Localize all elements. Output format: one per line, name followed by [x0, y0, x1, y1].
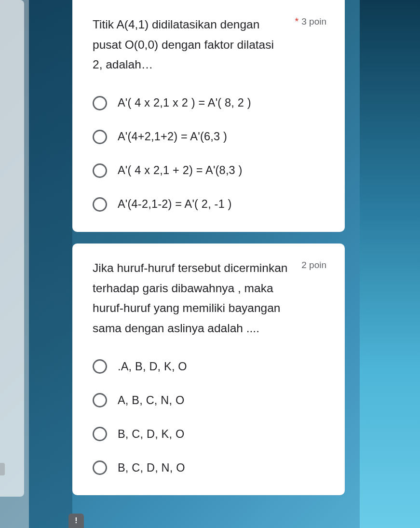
option-label: A'( 4 x 2,1 + 2) = A'(8,3 ): [118, 164, 243, 177]
radio-icon: [93, 393, 107, 407]
background-stripe-right: [360, 0, 420, 528]
options-group: .A, B, D, K, O A, B, C, N, O B, C, D, K,…: [93, 359, 326, 475]
option-label: A, B, C, N, O: [118, 394, 184, 407]
option-row[interactable]: A'(4+2,1+2) = A'(6,3 ): [93, 130, 326, 144]
option-label: A'( 4 x 2,1 x 2 ) = A'( 8, 2 ): [118, 96, 251, 109]
option-row[interactable]: A'( 4 x 2,1 x 2 ) = A'( 8, 2 ): [93, 96, 326, 110]
radio-icon: [93, 197, 107, 212]
question-text: Jika huruf-huruf tersebut dicerminkan te…: [93, 258, 292, 338]
required-star: *: [295, 16, 298, 26]
option-row[interactable]: A'(4-2,1-2) = A'( 2, -1 ): [93, 197, 326, 212]
option-label: B, C, D, K, O: [118, 428, 184, 441]
option-row[interactable]: .A, B, D, K, O: [93, 359, 326, 374]
report-button[interactable]: !: [68, 514, 84, 528]
radio-icon: [93, 427, 107, 441]
question-card: Titik A(4,1) didilatasikan dengan pusat …: [72, 0, 345, 232]
radio-icon: [93, 96, 107, 110]
radio-icon: [93, 163, 107, 178]
question-header: Titik A(4,1) didilatasikan dengan pusat …: [93, 14, 326, 75]
ghost-handle: [0, 463, 5, 475]
ghost-card-left: [0, 0, 24, 497]
question-header: Jika huruf-huruf tersebut dicerminkan te…: [93, 258, 326, 338]
radio-icon: [93, 359, 107, 374]
options-group: A'( 4 x 2,1 x 2 ) = A'( 8, 2 ) A'(4+2,1+…: [93, 96, 326, 212]
radio-icon: [93, 130, 107, 144]
option-label: .A, B, D, K, O: [118, 360, 187, 373]
option-row[interactable]: B, C, D, N, O: [93, 460, 326, 475]
points-text: 3 poin: [301, 16, 326, 27]
points-block: 2 poin: [301, 260, 326, 271]
option-row[interactable]: A, B, C, N, O: [93, 393, 326, 407]
option-row[interactable]: B, C, D, K, O: [93, 427, 326, 441]
points-text: 2 poin: [301, 260, 326, 271]
points-block: * 3 poin: [295, 16, 326, 27]
radio-icon: [93, 460, 107, 475]
question-text: Titik A(4,1) didilatasikan dengan pusat …: [93, 14, 285, 75]
question-card: Jika huruf-huruf tersebut dicerminkan te…: [72, 244, 345, 496]
option-row[interactable]: A'( 4 x 2,1 + 2) = A'(8,3 ): [93, 163, 326, 178]
form-container: Titik A(4,1) didilatasikan dengan pusat …: [72, 0, 345, 507]
background-stripe-left: [29, 0, 72, 528]
report-icon: !: [75, 516, 77, 525]
option-label: A'(4+2,1+2) = A'(6,3 ): [118, 130, 227, 143]
option-label: A'(4-2,1-2) = A'( 2, -1 ): [118, 198, 232, 211]
option-label: B, C, D, N, O: [118, 461, 185, 474]
